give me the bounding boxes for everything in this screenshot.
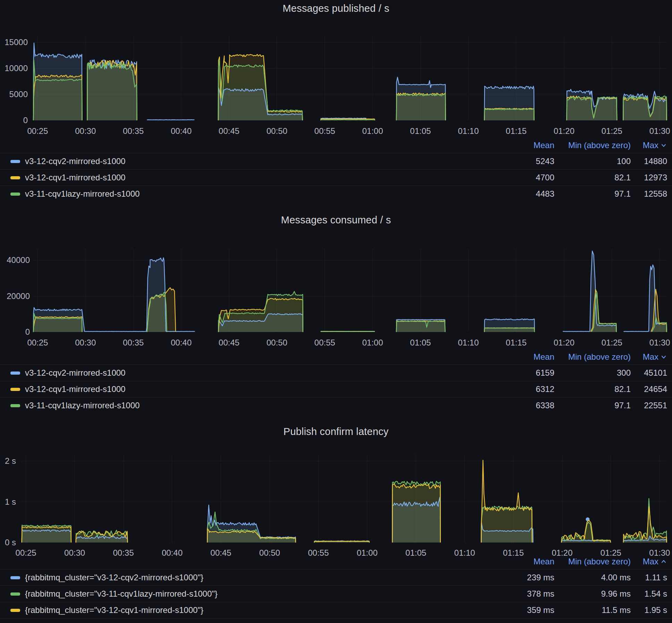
x-axis-tick-label: 00:45 [219,126,240,136]
legend-row: v3-12-cqv1-mirrored-s1000631282.124654 [0,381,672,397]
series-area [396,321,445,332]
panel-title: Messages consumed / s [0,214,672,226]
legend-value-mean: 359 ms [527,605,554,615]
sort-column-min[interactable]: Min (above zero) [568,557,631,566]
series-color-swatch-icon [10,372,20,375]
legend-value-mean: 6338 [536,401,554,410]
x-axis-tick-label: 01:05 [410,126,431,136]
sort-column-mean[interactable]: Mean [534,352,554,362]
x-axis-tick-label: 01:00 [362,126,383,136]
legend-table: MeanMin (above zero)Maxv3-12-cqv2-mirror… [0,349,672,413]
legend-value-min: 300 [617,368,631,378]
messages-published-chart[interactable]: 05000100001500000:2500:3000:3500:4000:45… [0,31,672,139]
legend-series-label: {rabbitmq_cluster="v3-12-cqv1-mirrored-s… [25,605,203,615]
legend-row: v3-12-cqv2-mirrored-s1000524310014880 [0,153,672,169]
publish-confirm-latency-chart[interactable]: 0 s1 s2 s00:2500:3000:3500:4000:4500:500… [0,449,672,558]
legend-row: v3-11-cqv1lazy-mirrored-s1000448397.1125… [0,186,672,202]
legend-series-label: v3-12-cqv2-mirrored-s1000 [25,156,125,166]
legend-value-mean: 5243 [536,156,554,166]
series-color-swatch-icon [10,576,20,579]
legend-value-min: 11.5 ms [602,605,631,615]
y-axis-tick-label: 0 [25,327,30,336]
legend-series-label: v3-12-cqv1-mirrored-s1000 [25,173,125,182]
legend-series-label: v3-11-cqv1lazy-mirrored-s1000 [25,401,140,410]
legend-table: MeanMin (above zero)Maxv3-12-cqv2-mirror… [0,137,672,202]
x-axis-tick-label: 00:55 [314,338,335,347]
series-line [563,251,616,332]
series-area [485,109,534,120]
legend-bottom-divider [0,618,672,619]
legend-header-row: MeanMin (above zero)Max [0,137,672,153]
legend-value-min: 4.00 ms [601,573,631,582]
legend-header-row: MeanMin (above zero)Max [0,349,672,365]
x-axis-tick-label: 01:10 [458,338,479,347]
legend-row: v3-12-cqv2-mirrored-s1000615930045101 [0,365,672,381]
legend-row: {rabbitmq_cluster="v3-12-cqv2-mirrored-s… [0,569,672,586]
x-axis-tick-label: 01:15 [506,338,527,347]
sort-column-label: Mean [534,140,554,150]
legend-value-mean: 6312 [536,384,554,394]
legend-value-max: 1.95 s [645,605,667,615]
sort-column-mean[interactable]: Mean [534,557,554,566]
x-axis-tick-label: 00:45 [219,338,240,347]
series-color-swatch-icon [10,404,20,407]
sort-column-mean[interactable]: Mean [534,140,554,150]
legend-series-label: {rabbitmq_cluster="v3-11-cqv1lazy-mirror… [25,589,218,599]
sort-column-max[interactable]: Max [643,352,667,362]
sort-column-max[interactable]: Max [643,140,667,150]
x-axis-tick-label: 00:50 [267,338,287,347]
series-color-swatch-icon [10,592,20,596]
sort-column-label: Max [643,557,658,566]
legend-series-toggle[interactable]: v3-11-cqv1lazy-mirrored-s1000 [10,189,495,199]
x-axis-tick-label: 01:05 [410,338,431,347]
legend-series-label: {rabbitmq_cluster="v3-12-cqv2-mirrored-s… [25,573,203,582]
legend-series-toggle[interactable]: {rabbitmq_cluster="v3-11-cqv1lazy-mirror… [10,589,495,599]
sort-column-label: Max [643,140,658,150]
legend-series-toggle[interactable]: v3-12-cqv1-mirrored-s1000 [10,173,495,182]
panel-title: Publish confirm latency [0,426,672,437]
series-area [485,328,535,332]
legend-series-toggle[interactable]: {rabbitmq_cluster="v3-12-cqv2-mirrored-s… [10,573,495,582]
legend-value-min: 97.1 [614,189,631,199]
sort-column-max[interactable]: Max [643,557,667,566]
messages-consumed-chart[interactable]: 0200004000000:2500:3000:3500:4000:4500:5… [0,243,672,350]
legend-series-toggle[interactable]: v3-11-cqv1lazy-mirrored-s1000 [10,401,495,410]
legend-value-max: 22551 [644,401,667,410]
series-area [87,62,137,120]
x-axis-tick-label: 00:40 [171,126,192,136]
sort-column-label: Mean [534,352,554,362]
y-axis-tick-label: 5000 [9,89,28,99]
y-axis-tick-label: 0 s [5,538,16,547]
legend-series-label: v3-12-cqv1-mirrored-s1000 [25,384,125,394]
legend-value-max: 1.11 s [645,573,667,582]
series-line [321,120,375,120]
chevron-down-icon [660,142,667,149]
series-area [481,460,532,543]
legend-value-min: 9.96 ms [601,589,631,599]
y-axis-tick-label: 15000 [5,37,28,47]
grafana-dashboard: { "ui": { "legend_columns": ["Mean", "Mi… [0,0,672,623]
legend-value-min: 82.1 [614,173,631,182]
sort-column-min[interactable]: Min (above zero) [568,352,631,362]
sort-column-label: Min (above zero) [568,140,631,150]
legend-series-toggle[interactable]: v3-12-cqv1-mirrored-s1000 [10,384,495,394]
x-axis-tick-label: 00:30 [75,126,96,136]
legend-value-mean: 378 ms [527,589,554,599]
x-axis-tick-label: 00:50 [267,126,287,136]
legend-series-toggle[interactable]: v3-12-cqv2-mirrored-s1000 [10,156,495,166]
sort-column-min[interactable]: Min (above zero) [568,140,631,150]
y-axis-tick-label: 40000 [7,255,30,265]
x-axis-tick-label: 00:25 [27,338,48,347]
x-axis-tick-label: 00:30 [75,338,96,347]
series-color-swatch-icon [10,388,20,391]
series-color-swatch-icon [10,176,20,179]
legend-value-max: 12558 [644,189,667,199]
series-area [392,484,440,543]
legend-value-max: 14880 [644,156,667,166]
legend-series-toggle[interactable]: {rabbitmq_cluster="v3-12-cqv1-mirrored-s… [10,605,495,615]
legend-value-mean: 6159 [536,368,554,378]
legend-series-toggle[interactable]: v3-12-cqv2-mirrored-s1000 [10,368,495,378]
legend-value-min: 97.1 [614,401,631,410]
series-area [623,96,666,120]
legend-value-min: 100 [617,156,631,166]
